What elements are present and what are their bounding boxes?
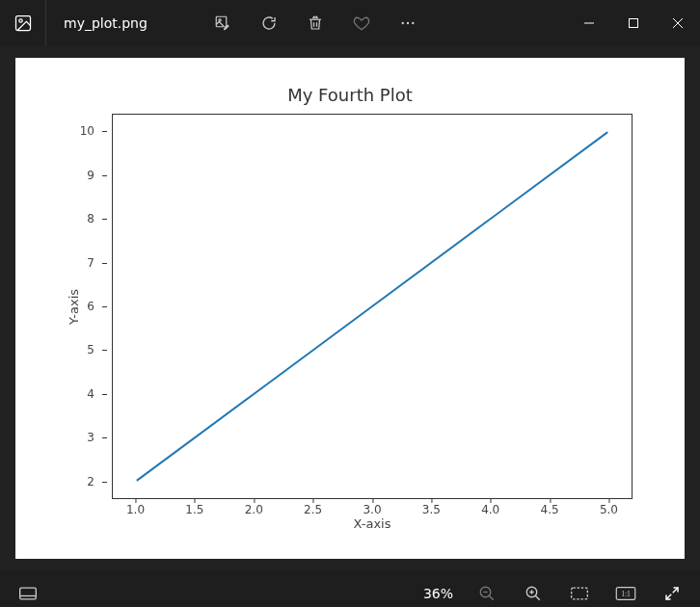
x-tick: 4.5 — [541, 503, 559, 516]
titlebar: my_plot.png — [0, 0, 700, 46]
svg-rect-2 — [216, 16, 227, 27]
zoom-out-button[interactable] — [467, 570, 507, 607]
y-axis-label-text: Y-axis — [67, 288, 82, 324]
svg-line-23 — [666, 594, 671, 599]
x-tick: 2.0 — [245, 503, 263, 516]
svg-rect-8 — [630, 19, 638, 28]
zoom-level: 36% — [416, 586, 461, 601]
y-axis-label: Y-axis — [66, 114, 83, 499]
favorite-button[interactable] — [338, 0, 385, 46]
svg-point-4 — [401, 22, 403, 24]
footer: 36% 1:1 — [0, 570, 700, 607]
svg-line-17 — [535, 595, 540, 600]
x-tick: 1.5 — [185, 503, 203, 516]
x-tick: 3.0 — [363, 503, 381, 516]
x-tick: 4.0 — [481, 503, 499, 516]
edit-image-button[interactable] — [200, 0, 246, 46]
fullscreen-button[interactable] — [652, 570, 692, 607]
app-icon — [0, 0, 46, 46]
maximize-button[interactable] — [611, 0, 656, 46]
svg-point-1 — [18, 19, 21, 22]
svg-line-24 — [673, 588, 678, 593]
more-button[interactable] — [385, 0, 431, 46]
image-viewport[interactable]: My Fourth Plot X-axis Y-axis 1.01.52.02.… — [0, 46, 700, 570]
svg-rect-20 — [572, 588, 588, 599]
x-tick: 3.5 — [422, 503, 441, 516]
delete-button[interactable] — [292, 0, 338, 46]
filmstrip-toggle-button[interactable] — [8, 570, 48, 607]
svg-point-6 — [412, 22, 414, 24]
actual-size-button[interactable]: 1:1 — [606, 570, 646, 607]
plot-title: My Fourth Plot — [15, 85, 685, 105]
close-button[interactable] — [656, 0, 700, 46]
minimize-button[interactable] — [567, 0, 611, 46]
file-name: my_plot.png — [46, 15, 171, 31]
plot-line — [113, 115, 632, 498]
zoom-in-button[interactable] — [513, 570, 553, 607]
x-tick: 2.5 — [304, 503, 322, 516]
x-axis-label: X-axis — [112, 516, 633, 531]
fit-to-window-button[interactable] — [559, 570, 600, 607]
x-tick: 1.0 — [126, 503, 145, 516]
svg-point-5 — [407, 22, 409, 24]
toolbar — [200, 0, 431, 46]
svg-rect-11 — [20, 588, 37, 599]
plot-axes — [112, 114, 633, 499]
x-tick: 5.0 — [600, 503, 618, 516]
svg-text:1:1: 1:1 — [621, 590, 631, 598]
rotate-button[interactable] — [246, 0, 292, 46]
plot-image: My Fourth Plot X-axis Y-axis 1.01.52.02.… — [15, 58, 685, 559]
svg-line-14 — [489, 595, 494, 600]
window-controls — [567, 0, 700, 46]
